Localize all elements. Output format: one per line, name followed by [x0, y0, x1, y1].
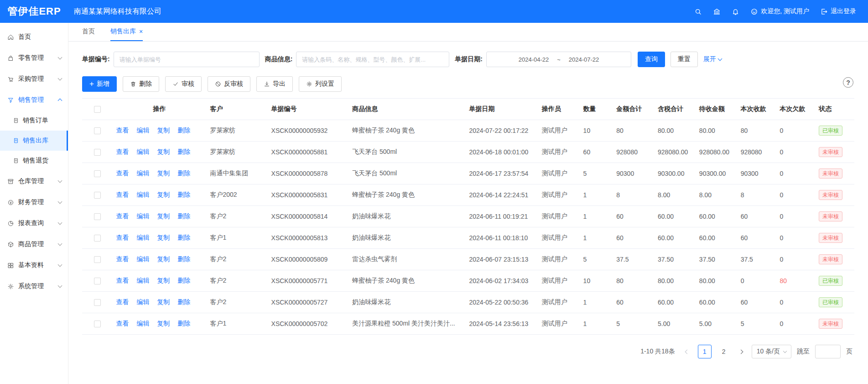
sidebar-item-system[interactable]: 系统管理 [0, 276, 68, 297]
page-button-1[interactable]: 1 [698, 345, 712, 358]
export-button[interactable]: 导出 [256, 76, 293, 92]
sidebar-item-warehouse[interactable]: 仓库管理 [0, 171, 68, 192]
row-checkbox[interactable] [94, 213, 101, 220]
copy-link[interactable]: 复制 [157, 277, 170, 284]
copy-link[interactable]: 复制 [157, 255, 170, 263]
help-icon[interactable]: ? [843, 77, 853, 88]
edit-link[interactable]: 编辑 [136, 148, 149, 155]
row-checkbox[interactable] [94, 278, 101, 284]
view-link[interactable]: 查看 [116, 298, 129, 305]
select-all-checkbox[interactable] [94, 106, 101, 113]
view-link[interactable]: 查看 [116, 169, 129, 177]
owed-cell: 0 [776, 142, 815, 163]
copy-link[interactable]: 复制 [157, 212, 170, 220]
close-icon[interactable]: × [139, 28, 143, 35]
delete-link[interactable]: 删除 [177, 234, 190, 241]
delete-button[interactable]: 删除 [123, 76, 159, 92]
sidebar-item-sales[interactable]: 销售管理 [0, 89, 68, 110]
delete-link[interactable]: 删除 [177, 212, 190, 220]
edit-link[interactable]: 编辑 [136, 298, 149, 305]
search-icon[interactable] [694, 8, 702, 16]
user-menu[interactable]: 欢迎您, 测试用户 [750, 7, 809, 16]
copy-link[interactable]: 复制 [157, 320, 170, 327]
tax-total-cell: 37.50 [654, 249, 696, 270]
notifications-icon[interactable] [732, 8, 739, 16]
view-link[interactable]: 查看 [116, 126, 129, 134]
edit-link[interactable]: 编辑 [136, 320, 149, 327]
prev-page-button[interactable] [682, 345, 692, 358]
date-start[interactable]: 2024-04-22 [519, 56, 549, 63]
audit-button[interactable]: 审核 [165, 76, 202, 92]
home-shortcut-icon[interactable] [713, 8, 721, 16]
unaudit-button[interactable]: 反审核 [208, 76, 250, 92]
copy-link[interactable]: 复制 [157, 191, 170, 198]
sidebar-item-sales-order[interactable]: 销售订单 [0, 110, 68, 131]
row-checkbox[interactable] [94, 235, 101, 242]
sidebar-item-sales-return[interactable]: 销售退货 [0, 151, 68, 171]
delete-link[interactable]: 删除 [177, 191, 190, 198]
edit-link[interactable]: 编辑 [136, 234, 149, 241]
logout-button[interactable]: 退出登录 [820, 7, 856, 16]
edit-link[interactable]: 编辑 [136, 255, 149, 263]
sidebar-item-goods[interactable]: 商品管理 [0, 234, 68, 255]
sidebar-item-finance[interactable]: 财务管理 [0, 192, 68, 213]
delete-link[interactable]: 删除 [177, 169, 190, 177]
edit-link[interactable]: 编辑 [136, 191, 149, 198]
sidebar-item-purchase[interactable]: 采购管理 [0, 68, 68, 89]
copy-link[interactable]: 复制 [157, 234, 170, 241]
page-size-select[interactable]: 10 条/页 [752, 345, 791, 358]
table-row: 查看 编辑 复制 删除 南通中集集团 XSCK00000005878 飞天茅台 … [82, 163, 854, 184]
view-link[interactable]: 查看 [116, 255, 129, 263]
edit-link[interactable]: 编辑 [136, 126, 149, 134]
sidebar-item-home[interactable]: 首页 [0, 26, 68, 47]
tab-sales-outbound[interactable]: 销售出库 × [110, 23, 143, 41]
qty-cell: 1 [580, 206, 613, 227]
delete-link[interactable]: 删除 [177, 148, 190, 155]
sidebar-item-sales-outbound[interactable]: 销售出库 [0, 131, 68, 151]
column-settings-button[interactable]: 列设置 [299, 76, 342, 92]
row-checkbox[interactable] [94, 170, 101, 177]
copy-link[interactable]: 复制 [157, 148, 170, 155]
expand-link[interactable]: 展开 [703, 55, 722, 63]
bill-no-input[interactable] [114, 52, 260, 67]
product-info-input[interactable] [296, 52, 449, 67]
delete-link[interactable]: 删除 [177, 320, 190, 327]
table-body: 查看 编辑 复制 删除 罗莱家纺 XSCK00000005932 蜂蜜柚子茶 2… [82, 120, 854, 335]
copy-link[interactable]: 复制 [157, 126, 170, 134]
add-button[interactable]: + 新增 [82, 76, 117, 92]
copy-link[interactable]: 复制 [157, 298, 170, 305]
row-checkbox[interactable] [94, 256, 101, 263]
edit-link[interactable]: 编辑 [136, 169, 149, 177]
copy-link[interactable]: 复制 [157, 169, 170, 177]
date-end[interactable]: 2024-07-22 [569, 56, 599, 63]
sidebar-item-reports[interactable]: 报表查询 [0, 213, 68, 234]
delete-link[interactable]: 删除 [177, 277, 190, 284]
edit-link[interactable]: 编辑 [136, 212, 149, 220]
row-checkbox[interactable] [94, 149, 101, 156]
view-link[interactable]: 查看 [116, 277, 129, 284]
search-button[interactable]: 查询 [638, 52, 665, 67]
row-checkbox[interactable] [94, 321, 101, 327]
date-range-picker[interactable]: 2024-04-22 ~ 2024-07-22 [486, 52, 631, 67]
row-checkbox[interactable] [94, 127, 101, 134]
delete-link[interactable]: 删除 [177, 255, 190, 263]
app-header: 管伊佳ERP 南通某某网络科技有限公司 欢迎您, 测试用户 退出登录 [0, 0, 868, 23]
customer-cell: 客户2 [206, 292, 267, 313]
next-page-button[interactable] [736, 345, 746, 358]
row-checkbox[interactable] [94, 192, 101, 199]
row-checkbox[interactable] [94, 299, 101, 306]
sidebar-item-retail[interactable]: 零售管理 [0, 47, 68, 68]
view-link[interactable]: 查看 [116, 320, 129, 327]
sidebar-item-basic-data[interactable]: 基本资料 [0, 255, 68, 276]
delete-link[interactable]: 删除 [177, 126, 190, 134]
view-link[interactable]: 查看 [116, 191, 129, 198]
reset-button[interactable]: 重置 [670, 52, 698, 67]
view-link[interactable]: 查看 [116, 212, 129, 220]
view-link[interactable]: 查看 [116, 234, 129, 241]
delete-link[interactable]: 删除 [177, 298, 190, 305]
edit-link[interactable]: 编辑 [136, 277, 149, 284]
page-button-2[interactable]: 2 [717, 345, 731, 358]
jump-page-input[interactable] [815, 345, 841, 358]
view-link[interactable]: 查看 [116, 148, 129, 155]
tab-home[interactable]: 首页 [82, 23, 95, 41]
